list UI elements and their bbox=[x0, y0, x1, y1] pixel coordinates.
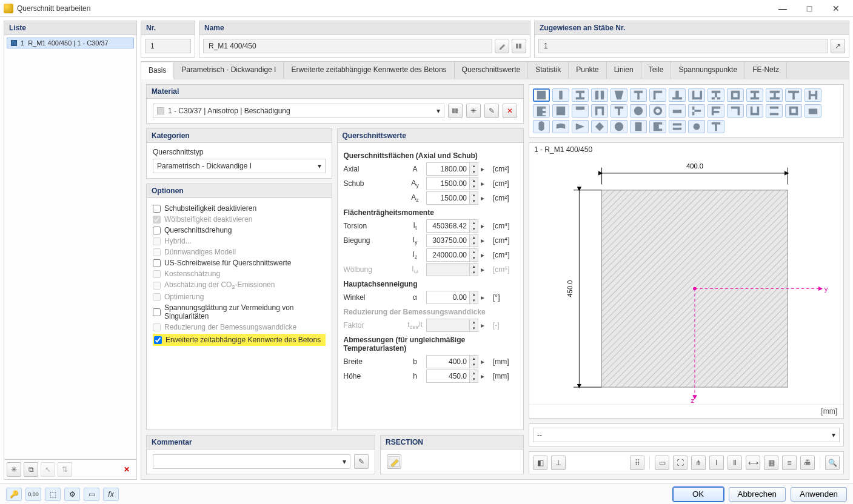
shape-thumb[interactable] bbox=[610, 104, 627, 118]
querschnittstyp-select[interactable]: Parametrisch - Dickwandige I ▾ bbox=[153, 159, 326, 173]
material-select[interactable]: 1 - C30/37 | Anisotrop | Beschädigung ▾ bbox=[153, 104, 444, 118]
tool-zoom-fit[interactable]: ▭ bbox=[655, 456, 669, 470]
shape-thumb[interactable] bbox=[785, 104, 802, 118]
shape-thumb[interactable] bbox=[766, 104, 783, 118]
shape-thumb[interactable] bbox=[746, 104, 763, 118]
shape-thumb[interactable] bbox=[707, 88, 724, 102]
name-library-button[interactable] bbox=[512, 39, 526, 53]
material-library-button[interactable] bbox=[448, 104, 463, 118]
expand-icon[interactable]: ▸ bbox=[481, 372, 490, 380]
footer-btn-6[interactable]: fx bbox=[103, 488, 119, 501]
tool-section-1[interactable]: Ⅰ bbox=[709, 456, 724, 470]
footer-help-button[interactable]: 🔑 bbox=[6, 488, 22, 501]
delete-item-button[interactable]: ✕ bbox=[119, 462, 134, 477]
copy-item-button[interactable]: ⧉ bbox=[24, 462, 38, 477]
preview-canvas[interactable]: 400.0 450.0 bbox=[529, 156, 843, 404]
tool-section-2[interactable]: Ⅱ bbox=[728, 456, 742, 470]
shape-thumb[interactable] bbox=[669, 120, 686, 133]
shape-thumb[interactable] bbox=[707, 120, 724, 133]
cancel-button[interactable]: Abbrechen bbox=[729, 487, 786, 502]
shape-thumb[interactable] bbox=[649, 104, 666, 118]
rsection-launch-button[interactable] bbox=[387, 454, 401, 469]
name-edit-button[interactable] bbox=[495, 39, 509, 53]
shape-thumb[interactable] bbox=[552, 88, 569, 102]
alpha-input[interactable]: 0.00▴▾ bbox=[426, 291, 479, 304]
shape-thumb[interactable] bbox=[630, 88, 647, 102]
tool-axes[interactable]: ⊥ bbox=[551, 456, 566, 470]
shape-thumb[interactable] bbox=[688, 120, 705, 133]
tool-grid[interactable]: ▦ bbox=[764, 456, 778, 470]
tool-list[interactable]: ≡ bbox=[782, 456, 797, 470]
shape-thumb[interactable] bbox=[669, 88, 686, 102]
it-input[interactable]: 450368.42▴▾ bbox=[426, 219, 479, 233]
tool-search[interactable]: 🔍 bbox=[825, 456, 840, 470]
shape-thumb[interactable] bbox=[591, 120, 608, 133]
expand-icon[interactable]: ▸ bbox=[481, 165, 490, 173]
footer-btn-5[interactable]: ▭ bbox=[84, 488, 99, 501]
tab-teile[interactable]: Teile bbox=[641, 62, 672, 79]
tab-basis[interactable]: Basis bbox=[141, 62, 174, 79]
footer-btn-3[interactable]: ⬚ bbox=[45, 488, 61, 501]
shape-thumb[interactable] bbox=[688, 104, 705, 118]
ok-button[interactable]: OK bbox=[673, 487, 724, 502]
shape-thumb[interactable] bbox=[533, 104, 550, 118]
new-item-button[interactable]: ✳ bbox=[7, 462, 21, 477]
shape-thumb[interactable] bbox=[766, 88, 783, 102]
shape-thumb[interactable] bbox=[785, 88, 802, 102]
shape-thumb[interactable] bbox=[591, 88, 608, 102]
bottom-select[interactable]: -- ▾ bbox=[533, 428, 840, 442]
footer-btn-4[interactable]: ⚙ bbox=[64, 488, 80, 501]
shape-thumb[interactable] bbox=[552, 120, 569, 133]
kommentar-select[interactable]: ▾ bbox=[153, 454, 350, 469]
tab-linien[interactable]: Linien bbox=[607, 62, 641, 79]
tab-span[interactable]: Spannungspunkte bbox=[671, 62, 745, 79]
tool-dimensions[interactable]: ⟷ bbox=[746, 456, 760, 470]
shape-thumb[interactable] bbox=[707, 104, 724, 118]
shape-thumb[interactable] bbox=[727, 104, 744, 118]
shape-thumb[interactable] bbox=[572, 120, 589, 133]
material-delete-button[interactable]: ✕ bbox=[503, 104, 517, 118]
shape-thumb[interactable] bbox=[533, 120, 550, 133]
assign-pick-button[interactable]: ↗ bbox=[831, 39, 845, 53]
opt-us-schreibweise[interactable]: US-Schreibweise für Querschnittswerte bbox=[153, 257, 326, 268]
tool-members[interactable]: ⋔ bbox=[691, 456, 706, 470]
opt-spannungsglaettung[interactable]: Spannungsglättung zur Vermeidung von Sin… bbox=[153, 302, 326, 322]
opt-erweiterte-kennwerte[interactable]: Erweiterte zeitabhängige Kennwerte des B… bbox=[153, 334, 326, 346]
footer-units-button[interactable]: 0,00 bbox=[25, 488, 41, 501]
shape-thumb[interactable] bbox=[746, 88, 763, 102]
tab-stat[interactable]: Statistik bbox=[528, 62, 569, 79]
shape-thumb[interactable] bbox=[610, 120, 627, 133]
tool-stress-points[interactable]: ◧ bbox=[533, 456, 547, 470]
minimize-button[interactable]: — bbox=[769, 1, 796, 16]
h-input[interactable]: 450.0▴▾ bbox=[426, 370, 479, 383]
opt-querschnittsdrehung[interactable]: Querschnittsdrehung bbox=[153, 225, 326, 236]
material-edit-button[interactable]: ✎ bbox=[484, 104, 499, 118]
tab-ext[interactable]: Erweiterte zeitabhängige Kennwerte des B… bbox=[284, 62, 454, 79]
b-input[interactable]: 400.0▴▾ bbox=[426, 355, 479, 368]
name-input[interactable]: R_M1 400/450 bbox=[203, 39, 492, 53]
tool-colors[interactable]: ⠿ bbox=[630, 456, 644, 470]
maximize-button[interactable]: □ bbox=[796, 1, 823, 16]
material-new-button[interactable]: ✳ bbox=[466, 104, 481, 118]
shape-thumb[interactable] bbox=[610, 88, 627, 102]
iz-input[interactable]: 240000.00▴▾ bbox=[426, 248, 479, 262]
expand-icon[interactable]: ▸ bbox=[481, 293, 490, 302]
expand-icon[interactable]: ▸ bbox=[481, 222, 490, 230]
tab-qswerte[interactable]: Querschnittswerte bbox=[455, 62, 529, 79]
toolbar-btn-4[interactable]: ⇅ bbox=[58, 462, 72, 477]
opt-schubsteifigkeit[interactable]: Schubsteifigkeit deaktivieren bbox=[153, 203, 326, 214]
shape-thumb[interactable] bbox=[688, 88, 705, 102]
shape-thumb[interactable] bbox=[669, 104, 686, 118]
expand-icon[interactable]: ▸ bbox=[481, 236, 490, 245]
iy-input[interactable]: 303750.00▴▾ bbox=[426, 234, 479, 247]
shape-thumb[interactable] bbox=[572, 104, 589, 118]
shape-thumb[interactable] bbox=[572, 88, 589, 102]
expand-icon[interactable]: ▸ bbox=[481, 179, 490, 188]
shape-thumb[interactable] bbox=[552, 104, 569, 118]
shape-thumb[interactable] bbox=[804, 88, 821, 102]
list-item[interactable]: 1 R_M1 400/450 | 1 - C30/37 bbox=[7, 38, 134, 48]
expand-icon[interactable]: ▸ bbox=[481, 251, 490, 259]
tab-fe[interactable]: FE-Netz bbox=[745, 62, 787, 79]
toolbar-btn-3[interactable]: ↖ bbox=[41, 462, 55, 477]
tool-print[interactable]: 🖶 bbox=[800, 456, 815, 470]
